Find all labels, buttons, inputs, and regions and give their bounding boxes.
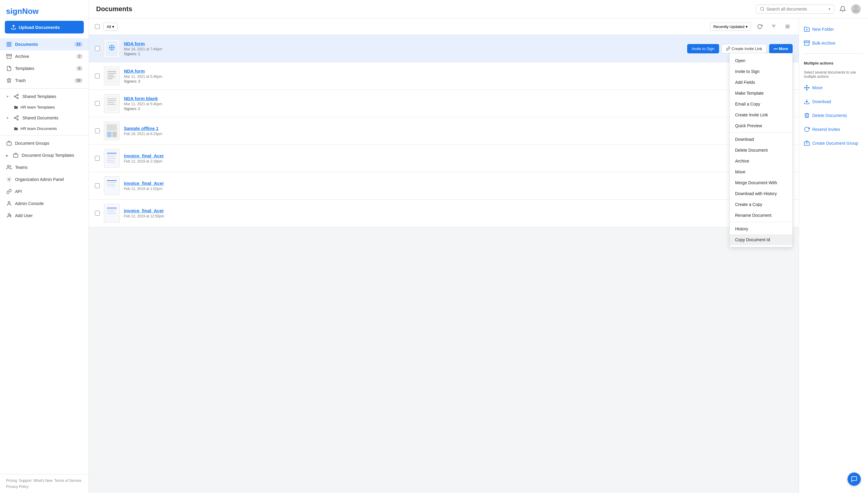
expand-icon-2: ▼ — [6, 116, 9, 120]
search-dropdown-arrow[interactable]: ▾ — [828, 7, 830, 11]
sidebar-item-api[interactable]: API — [0, 186, 89, 197]
footer-support[interactable]: Support — [19, 478, 32, 483]
doc-name-7[interactable]: invoice_final_Acer — [124, 208, 739, 213]
page-title: Documents — [96, 5, 132, 13]
download-button[interactable]: Download — [804, 97, 863, 106]
svg-line-16 — [15, 117, 17, 117]
filter-dropdown[interactable]: All ▾ — [103, 23, 117, 31]
doc-checkbox-1[interactable] — [95, 46, 100, 51]
select-all-checkbox[interactable] — [95, 24, 100, 29]
chat-bubble-button[interactable] — [847, 472, 861, 486]
dropdown-quick-preview[interactable]: Quick Preview — [730, 120, 792, 131]
dropdown-archive[interactable]: Archive — [730, 156, 792, 167]
dropdown-make-template[interactable]: Make Template — [730, 88, 792, 99]
dropdown-download[interactable]: Download — [730, 134, 792, 145]
doc-name-4[interactable]: Sample offline 1 — [124, 126, 739, 131]
more-button-1[interactable]: ••• More — [769, 44, 793, 53]
search-box[interactable]: ▾ — [756, 4, 834, 14]
move-button[interactable]: Move — [804, 83, 863, 92]
sidebar-item-doc-groups[interactable]: Document Groups — [0, 137, 89, 149]
doc-thumb-svg-2 — [106, 68, 118, 84]
sidebar-item-archive[interactable]: Archive 2 — [0, 50, 89, 62]
doc-info-5: invoice_final_Acer Feb 12, 2019 at 2:18p… — [124, 153, 739, 164]
sidebar-item-teams[interactable]: Teams — [0, 161, 89, 173]
dropdown-create-invite-link[interactable]: Create Invite Link — [730, 109, 792, 120]
svg-point-19 — [7, 165, 9, 167]
sidebar-item-hr-documents[interactable]: HR team Documents — [0, 124, 89, 133]
footer-pricing[interactable]: Pricing — [6, 478, 17, 483]
new-folder-button[interactable]: New Folder — [804, 24, 863, 34]
doc-date-6: Feb 12, 2019 at 1:02pm — [124, 187, 739, 191]
content-area: All ▾ Recently Updated ▾ — [89, 18, 868, 493]
archive-icon — [6, 53, 12, 59]
dropdown-delete-document[interactable]: Delete Document — [730, 145, 792, 156]
sidebar-item-hr-templates[interactable]: HR team Templates — [0, 103, 89, 112]
expand-icon-3: ▶ — [6, 154, 8, 157]
footer-terms[interactable]: Terms of Service — [54, 478, 81, 483]
doc-name-2[interactable]: NDA form — [124, 68, 728, 73]
sidebar-item-documents[interactable]: Documents 23 — [0, 38, 89, 50]
create-document-group-button[interactable]: Create Document Group — [804, 138, 863, 148]
doc-area: All ▾ Recently Updated ▾ — [89, 18, 799, 493]
dropdown-add-fields[interactable]: Add Fields — [730, 77, 792, 88]
sidebar-item-shared-documents[interactable]: ▼ Shared Documents — [0, 112, 89, 124]
sidebar-item-shared-templates[interactable]: ▼ Shared Templates — [0, 90, 89, 103]
user-avatar[interactable] — [851, 4, 861, 14]
bulk-archive-button[interactable]: Bulk Archive — [804, 38, 863, 48]
footer-privacy[interactable]: Privacy Policy — [6, 485, 29, 489]
dropdown-merge-document-with[interactable]: Merge Document With — [730, 177, 792, 188]
view-toggle-button[interactable] — [782, 21, 793, 32]
logo: signNow — [6, 7, 39, 16]
sidebar-item-trash[interactable]: Trash 39 — [0, 74, 89, 87]
footer-whats-new[interactable]: What's New — [34, 478, 53, 483]
svg-rect-50 — [107, 125, 117, 131]
sidebar-item-templates[interactable]: Templates 6 — [0, 62, 89, 74]
notification-bell[interactable] — [838, 4, 847, 14]
sidebar-item-add-user[interactable]: Add User — [0, 210, 89, 222]
sort-dropdown[interactable]: Recently Updated ▾ — [710, 23, 751, 31]
filter-icon-button[interactable] — [769, 21, 779, 32]
folder-filled-icon — [14, 105, 18, 109]
delete-documents-button[interactable]: Delete Documents — [804, 111, 863, 120]
sidebar-item-admin-console[interactable]: Admin Console — [0, 197, 89, 210]
upload-documents-button[interactable]: Upload Documents — [5, 21, 84, 34]
sidebar-item-doc-group-templates[interactable]: ▶ Document Group Templates — [0, 149, 89, 161]
sidebar-footer: Pricing Support What's New Terms of Serv… — [0, 474, 89, 493]
dropdown-copy-document-id[interactable]: Copy Document Id — [730, 234, 792, 245]
dropdown-create-a-copy[interactable]: Create a Copy — [730, 199, 792, 210]
doc-checkbox-6[interactable] — [95, 183, 100, 188]
doc-name-3[interactable]: NDA form blank — [124, 96, 728, 101]
doc-checkbox-3[interactable] — [95, 101, 100, 106]
svg-rect-18 — [14, 154, 18, 157]
resend-icon — [804, 126, 810, 132]
doc-checkbox-5[interactable] — [95, 156, 100, 161]
svg-rect-44 — [106, 96, 118, 111]
doc-name-5[interactable]: invoice_final_Acer — [124, 153, 739, 158]
invite-to-sign-button-1[interactable]: Invite to Sign — [687, 44, 719, 53]
dropdown-invite-to-sign[interactable]: Invite to Sign — [730, 66, 792, 77]
doc-info-2: NDA form Mar 11, 2021 at 5:46pm Signers:… — [124, 68, 728, 84]
dropdown-divider-2 — [730, 222, 792, 222]
logo-area: signNow — [0, 0, 89, 21]
doc-checkbox-4[interactable] — [95, 128, 100, 133]
dropdown-open[interactable]: Open — [730, 55, 792, 66]
dropdown-history[interactable]: History — [730, 223, 792, 234]
refresh-button[interactable] — [755, 21, 765, 32]
dropdown-move[interactable]: Move — [730, 167, 792, 177]
doc-group-templates-icon — [13, 152, 19, 158]
resend-invites-button[interactable]: Resend Invites — [804, 125, 863, 134]
doc-name-6[interactable]: invoice_final_Acer — [124, 180, 739, 186]
search-input[interactable] — [766, 7, 827, 12]
dropdown-download-with-history[interactable]: Download with History — [730, 188, 792, 199]
doc-checkbox-2[interactable] — [95, 73, 100, 79]
toolbar: All ▾ Recently Updated ▾ — [89, 18, 799, 35]
doc-checkbox-7[interactable] — [95, 211, 100, 216]
dropdown-rename-document[interactable]: Rename Document — [730, 210, 792, 221]
create-invite-link-button-1[interactable]: Create Invite Link — [721, 44, 767, 53]
dropdown-email-copy[interactable]: Email a Copy — [730, 99, 792, 109]
doc-date-7: Feb 12, 2019 at 12:56pm — [124, 214, 739, 218]
doc-name-1[interactable]: NDA form — [124, 41, 683, 46]
sidebar-item-org-admin[interactable]: Organization Admin Panel — [0, 173, 89, 186]
svg-rect-72 — [804, 41, 809, 42]
doc-info-1: NDA form Mar 16, 2021 at 7:44pm Signers:… — [124, 41, 683, 56]
